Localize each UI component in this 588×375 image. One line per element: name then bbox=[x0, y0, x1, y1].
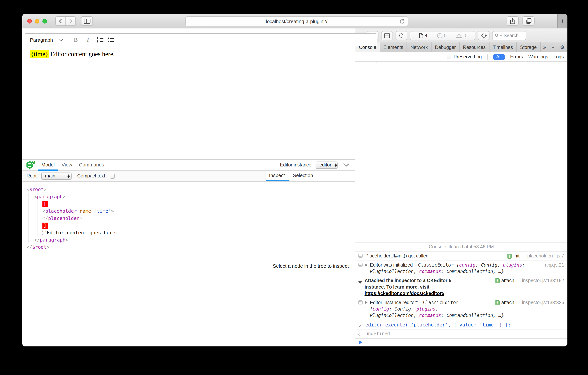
tab-network[interactable]: Network bbox=[407, 43, 431, 52]
minimize-window-button[interactable] bbox=[35, 19, 39, 23]
console-row-editor-initialized[interactable]: Editor was initialized – ClassicEditor {… bbox=[355, 261, 567, 276]
sidebar-toggle-button[interactable] bbox=[81, 16, 93, 26]
resource-summary-button[interactable]: 4 0 bbox=[410, 31, 475, 40]
devtools-search-field[interactable]: Search bbox=[492, 31, 526, 40]
forward-button[interactable] bbox=[65, 16, 76, 26]
reload-button[interactable] bbox=[399, 19, 405, 26]
tab-timelines[interactable]: Timelines bbox=[489, 43, 517, 52]
url-text: localhost/creating-a-plugin2/ bbox=[266, 18, 327, 24]
filter-all[interactable]: All bbox=[493, 54, 505, 60]
sidebar-icon bbox=[84, 18, 90, 24]
command-result: undefined bbox=[365, 331, 390, 337]
console-prompt[interactable] bbox=[355, 338, 567, 346]
tab-inspect[interactable]: Inspect bbox=[266, 171, 289, 181]
tree-node-paragraph-close[interactable]: </paragraph> bbox=[34, 236, 266, 243]
heading-dropdown[interactable]: Paragraph bbox=[30, 37, 68, 43]
preserve-log-label: Preserve Log bbox=[454, 54, 482, 60]
bulleted-list-button[interactable] bbox=[108, 37, 114, 43]
filter-errors[interactable]: Errors bbox=[510, 54, 523, 60]
dock-devtools-button[interactable] bbox=[381, 31, 393, 40]
tab-debugger[interactable]: Debugger bbox=[431, 43, 460, 52]
log-icon bbox=[358, 254, 363, 258]
share-icon bbox=[510, 18, 515, 24]
tab-commands[interactable]: Commands bbox=[76, 160, 108, 171]
filter-logs[interactable]: Logs bbox=[554, 54, 564, 60]
inspector-header-right: Editor instance: editor bbox=[280, 160, 355, 170]
tab-view[interactable]: View bbox=[58, 160, 76, 171]
tree-node-root-close[interactable]: </$root> bbox=[27, 243, 266, 251]
console-row-editor-instance[interactable]: Editor instance "editor" – ClassicEditor… bbox=[355, 298, 567, 320]
tree-controls: Root: main Compact text: bbox=[22, 171, 266, 181]
tab-storage[interactable]: Storage bbox=[517, 43, 540, 52]
gear-icon: ⚙ bbox=[560, 44, 565, 50]
titlebar: localhost/creating-a-plugin2/ bbox=[22, 14, 567, 28]
preserve-log-checkbox[interactable] bbox=[447, 55, 452, 59]
tree-node-root-open[interactable]: <$root> bbox=[27, 186, 266, 193]
console-command-row[interactable]: editor.execute( 'placeholder', { value: … bbox=[355, 320, 567, 329]
source-link[interactable]: inspector.js:133:182 bbox=[522, 277, 564, 284]
output-chevron-icon bbox=[358, 333, 361, 336]
disclosure-triangle-open-icon[interactable] bbox=[358, 281, 363, 285]
source-link[interactable]: inspector.js:133:326 bbox=[522, 299, 564, 306]
tab-model[interactable]: Model bbox=[38, 160, 58, 171]
zoom-window-button[interactable] bbox=[42, 19, 47, 23]
tree-node-paragraph-open[interactable]: <paragraph> bbox=[34, 193, 266, 200]
close-window-button[interactable] bbox=[27, 19, 32, 23]
numbered-list-button[interactable]: 1 2 bbox=[97, 37, 104, 43]
tree-node-text[interactable]: "Editor content goes here." bbox=[42, 229, 266, 236]
editor-text: Editor content goes here. bbox=[49, 50, 115, 58]
share-button[interactable] bbox=[506, 16, 519, 26]
inspector-controls-row: Root: main Compact text: Inspect Selecti… bbox=[22, 171, 355, 182]
reload-page-button[interactable] bbox=[396, 31, 407, 40]
source-link[interactable]: app.js:21 bbox=[545, 262, 564, 268]
disclosure-triangle-icon[interactable] bbox=[365, 264, 368, 266]
root-select[interactable]: main bbox=[41, 172, 72, 179]
tab-elements[interactable]: Elements bbox=[380, 43, 407, 52]
editor-content[interactable]: {time} Editor content goes here. bbox=[25, 46, 377, 63]
page-area: Paragraph B I 1 2 bbox=[22, 28, 355, 346]
back-button[interactable] bbox=[55, 16, 65, 26]
element-picker-button[interactable] bbox=[478, 31, 490, 40]
collapse-inspector-button[interactable] bbox=[343, 162, 350, 168]
console-log: Console cleared at 4:53:46 PM bbox=[355, 62, 567, 338]
tree-node-placeholder-open[interactable]: <placeholdername="time"> bbox=[42, 207, 266, 215]
nav-buttons bbox=[55, 16, 76, 26]
bold-button[interactable]: B bbox=[72, 37, 80, 43]
console-result-row: undefined bbox=[355, 329, 567, 338]
titlebar-right-buttons bbox=[506, 16, 535, 26]
tabs-overflow-button[interactable]: » bbox=[540, 43, 549, 52]
model-tree: <$root> <paragraph> [ <placeholdername="… bbox=[22, 182, 266, 346]
ckeditor-logo: 5 bbox=[22, 160, 38, 170]
devtools-settings-button[interactable]: ⚙ bbox=[557, 43, 567, 52]
disclosure-triangle-icon[interactable] bbox=[365, 301, 368, 304]
function-badge: f bbox=[507, 254, 512, 259]
chevron-down-icon bbox=[500, 35, 502, 36]
tree-node-placeholder-close[interactable]: </placeholder> bbox=[42, 215, 266, 222]
ckeditor-toolbar: Paragraph B I 1 2 bbox=[25, 34, 377, 46]
filter-warnings[interactable]: Warnings bbox=[528, 54, 548, 60]
console-filter-bar: Preserve Log All Errors Warnings Logs bbox=[355, 52, 567, 62]
document-icon bbox=[419, 33, 423, 38]
console-row-inspector-attached[interactable]: Attached the inspector to a CKEditor 5 i… bbox=[355, 276, 567, 298]
placeholder-widget[interactable]: {time} bbox=[30, 50, 49, 58]
selection-start-marker: [ bbox=[42, 200, 266, 207]
chevrons-right-icon: » bbox=[543, 44, 546, 50]
compact-text-checkbox[interactable] bbox=[110, 174, 115, 178]
tab-selection[interactable]: Selection bbox=[289, 171, 318, 181]
devtools-tab-bar: Console Elements Network Debugger Resour… bbox=[355, 43, 567, 52]
add-tab-button[interactable]: + bbox=[549, 43, 557, 52]
italic-button[interactable]: I bbox=[84, 37, 92, 43]
warning-count: 0 bbox=[456, 33, 466, 38]
new-tab-button[interactable]: + bbox=[557, 14, 567, 28]
ckeditor-5-badge: 5 bbox=[32, 160, 36, 164]
tab-resources[interactable]: Resources bbox=[460, 43, 490, 52]
ckeditor-inspector: 5 Model View Commands Editor instance: e… bbox=[22, 159, 355, 346]
function-name: attach bbox=[501, 277, 514, 284]
ckeditor-docs-link[interactable]: https://ckeditor.com/docs/ckeditor5 bbox=[365, 291, 444, 296]
source-link[interactable]: placeholderui.js:7 bbox=[527, 253, 564, 259]
show-all-tabs-button[interactable] bbox=[523, 16, 535, 26]
editor-instance-label: Editor instance: bbox=[280, 162, 313, 168]
editor-instance-select[interactable]: editor bbox=[315, 161, 337, 168]
url-bar[interactable]: localhost/creating-a-plugin2/ bbox=[185, 16, 408, 26]
warning-triangle-icon bbox=[456, 33, 462, 38]
